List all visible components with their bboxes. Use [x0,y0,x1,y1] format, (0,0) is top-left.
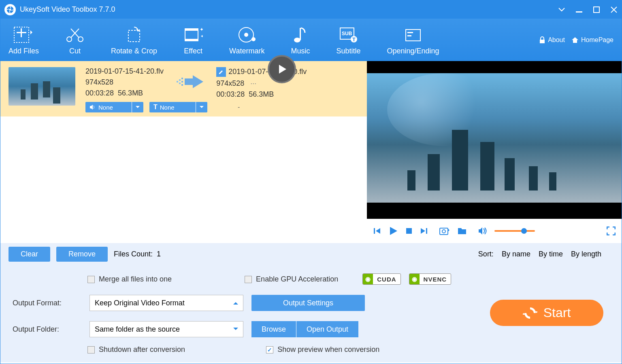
player-controls [367,219,622,243]
svg-rect-35 [374,228,375,234]
svg-rect-3 [576,11,582,13]
source-resolution: 974x528 [85,78,164,87]
sort-by-length[interactable]: By length [571,250,601,258]
app-title: UkeySoft Video Toolbox 7.7.0 [20,5,558,14]
about-link[interactable]: About [539,36,565,44]
start-button[interactable]: Start [490,300,603,326]
remove-button[interactable]: Remove [56,247,108,262]
merge-checkbox[interactable]: Merge all files into one [87,275,172,284]
edit-icon[interactable] [216,67,226,77]
next-button[interactable] [420,227,428,235]
rotate-crop-button[interactable]: Rotate & Crop [111,25,157,55]
svg-rect-20 [300,28,301,40]
effect-button[interactable]: ✦✦ Effect [183,25,203,55]
show-preview-checkbox[interactable]: Show preview when conversion [266,345,379,354]
stop-button[interactable] [405,227,413,235]
maximize-icon[interactable] [593,6,600,13]
snapshot-button[interactable] [439,226,450,235]
volume-button[interactable] [478,227,487,235]
output-folder-dropdown[interactable]: Same folder as the source [89,321,243,337]
subtitle-track-select[interactable]: TNone [149,102,207,112]
nvenc-badge: ◉NVENC [409,273,452,285]
refresh-icon [523,306,537,320]
folder-button[interactable] [457,227,467,235]
dash-separator: - [238,104,240,111]
chevron-down-icon[interactable] [132,106,143,108]
fullscreen-button[interactable] [607,226,616,235]
volume-slider[interactable] [494,230,535,232]
chevron-down-icon [233,328,238,331]
svg-text:SUB: SUB [342,31,352,36]
svg-rect-4 [594,7,599,13]
svg-rect-26 [407,32,413,33]
clear-button[interactable]: Clear [9,247,50,262]
sort-by-name[interactable]: By name [502,250,530,258]
dest-resolution: 974x528··· [216,79,307,88]
svg-text:✦: ✦ [200,34,203,38]
svg-rect-27 [407,35,411,36]
svg-rect-38 [440,228,448,235]
close-icon[interactable] [610,6,618,13]
main-area: 2019-01-07-15-41-20.flv 974x528 00:03:28… [0,61,622,243]
home-icon [571,36,579,44]
preview-panel [367,61,622,219]
svg-point-17 [244,33,248,37]
svg-rect-29 [177,81,178,83]
add-files-button[interactable]: Add Files [9,25,39,55]
svg-rect-10 [128,30,140,42]
source-filename: 2019-01-07-15-41-20.flv [85,67,164,76]
svg-rect-13 [185,39,198,41]
cuda-badge: ◉CUDA [362,273,400,285]
svg-rect-37 [426,228,427,234]
speaker-icon [89,104,96,110]
svg-rect-12 [185,29,198,31]
svg-point-1 [9,8,11,11]
play-overlay-button[interactable] [268,55,296,83]
prev-button[interactable] [373,227,381,235]
svg-point-18 [251,37,256,41]
music-button[interactable]: Music [291,25,310,55]
arrow-icon [176,75,204,93]
files-count-label: Files Count: 1 [114,250,161,258]
output-format-label: Output Format: [13,299,81,307]
svg-rect-32 [181,78,183,79]
audio-track-select[interactable]: None [85,102,143,112]
svg-point-19 [294,38,300,42]
toolbar: Add Files Cut Rotate & Crop ✦✦ Effect Wa… [0,19,622,61]
opening-ending-button[interactable]: Opening/Ending [387,25,439,55]
output-format-dropdown[interactable]: Keep Original Video Format [89,295,243,311]
minimize-icon[interactable] [575,6,583,13]
action-bar: Clear Remove Files Count: 1 Sort: By nam… [0,243,622,265]
chevron-down-icon[interactable] [196,106,207,108]
shutdown-checkbox[interactable]: Shutdown after conversion [87,345,185,354]
source-info: 2019-01-07-15-41-20.flv 974x528 00:03:28… [85,67,164,97]
homepage-link[interactable]: HomePage [571,36,613,44]
app-logo [4,4,16,15]
output-folder-label: Output Folder: [13,325,81,334]
svg-text:T: T [352,36,356,42]
gpu-checkbox[interactable]: Enable GPU Acceleration [245,275,338,284]
preview-image [367,73,622,203]
svg-rect-33 [181,81,183,83]
play-button[interactable] [388,226,398,236]
source-duration-size: 00:03:28 56.3MB [85,89,164,97]
bottom-panel: Merge all files into one Enable GPU Acce… [0,265,622,362]
file-item[interactable]: 2019-01-07-15-41-20.flv 974x528 00:03:28… [0,61,367,116]
titlebar: UkeySoft Video Toolbox 7.7.0 [0,0,622,19]
browse-button[interactable]: Browse [251,321,296,337]
file-thumbnail [9,67,75,106]
menu-dropdown-icon[interactable] [558,6,565,13]
chevron-up-icon [233,301,238,305]
sort-label: Sort: [478,250,494,258]
svg-rect-7 [21,28,22,37]
subtitle-button[interactable]: SUBT Subtitle [336,25,360,55]
svg-rect-28 [540,40,545,43]
output-settings-button[interactable]: Output Settings [251,295,365,311]
file-list: 2019-01-07-15-41-20.flv 974x528 00:03:28… [0,61,367,243]
lock-icon [539,36,546,44]
cut-button[interactable]: Cut [65,25,85,55]
watermark-button[interactable]: Watermark [229,25,264,55]
svg-rect-34 [181,84,183,86]
sort-by-time[interactable]: By time [539,250,563,258]
open-output-button[interactable]: Open Output [296,321,358,337]
